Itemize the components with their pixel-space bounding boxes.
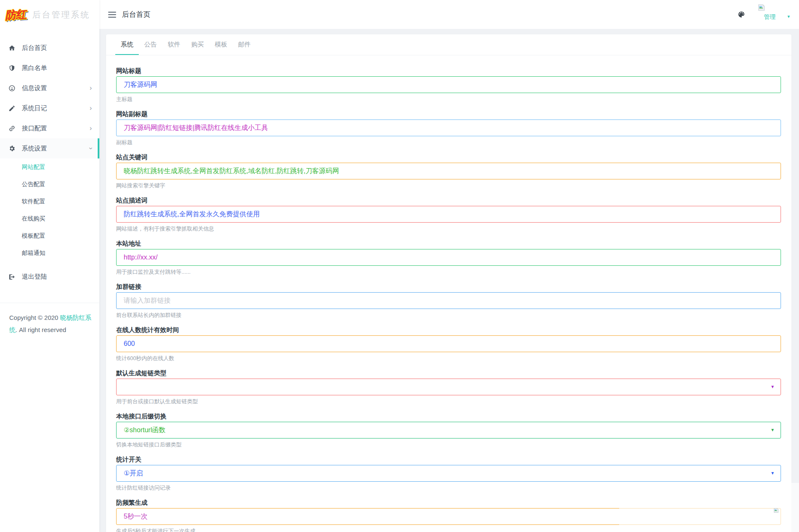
form-field: 站点描述词 网站描述，有利于搜索引擎抓取相关信息 bbox=[116, 197, 781, 232]
chevron-right-icon: › bbox=[90, 125, 92, 132]
sidebar-item-label: 系统日记 bbox=[22, 104, 47, 112]
field-label: 本站地址 bbox=[116, 240, 781, 247]
field-label: 统计开关 bbox=[116, 456, 781, 462]
field-select[interactable] bbox=[116, 465, 781, 482]
gear-icon bbox=[8, 145, 16, 152]
menu-icon[interactable] bbox=[108, 12, 116, 18]
tab[interactable]: 软件 bbox=[162, 34, 186, 55]
pencil-icon bbox=[8, 105, 16, 112]
field-input[interactable] bbox=[116, 335, 781, 352]
tab[interactable]: 邮件 bbox=[233, 34, 256, 55]
app-title: 后台管理系统 bbox=[32, 9, 90, 21]
field-helper: 网站搜索引擎关键字 bbox=[116, 182, 781, 189]
logout-icon bbox=[8, 273, 16, 280]
sidebar-item-label: 黑白名单 bbox=[22, 64, 47, 72]
field-label: 防频繁生成 bbox=[116, 499, 781, 506]
submenu-item[interactable]: 邮箱通知 bbox=[0, 244, 99, 262]
form-field: 在线人数统计有效时间 统计600秒内的在线人数 bbox=[116, 327, 781, 362]
field-input[interactable] bbox=[116, 206, 781, 223]
submenu-item[interactable]: 软件配置 bbox=[0, 193, 99, 210]
tab[interactable]: 模板 bbox=[209, 34, 233, 55]
smiley-icon bbox=[8, 85, 16, 92]
submenu-item[interactable]: 公告配置 bbox=[0, 176, 99, 193]
sidebar-item-system-log[interactable]: 系统日记 › bbox=[0, 98, 99, 118]
chevron-right-icon: › bbox=[90, 85, 92, 91]
user-menu[interactable]: 管理 ▾ bbox=[758, 4, 791, 25]
caret-down-icon: ▾ bbox=[787, 14, 790, 19]
chevron-down-icon: › bbox=[87, 147, 94, 149]
app-logo-icon: 防红 bbox=[5, 7, 26, 23]
field-input-wrap bbox=[116, 249, 781, 266]
form-field: 网站标题 主标题 bbox=[116, 67, 781, 103]
sidebar: 防红 后台管理系统 后台首页 黑白名单 信息设置 › 系统日记 › bbox=[0, 0, 99, 532]
field-input-wrap bbox=[116, 163, 781, 179]
sidebar-item-blackwhite-list[interactable]: 黑白名单 bbox=[0, 58, 99, 78]
field-helper: 统计防红链接访问记录 bbox=[116, 485, 781, 491]
tab-bar: 系统公告软件购买模板邮件 bbox=[106, 34, 791, 55]
form-field: 网站副标题 副标题 bbox=[116, 111, 781, 146]
submenu-item[interactable]: 在线购买 bbox=[0, 210, 99, 227]
field-helper: 切换本地短链接口后缀类型 bbox=[116, 441, 781, 448]
field-select[interactable] bbox=[116, 422, 781, 439]
field-select[interactable] bbox=[116, 379, 781, 395]
field-label: 站点关键词 bbox=[116, 154, 781, 160]
tab[interactable]: 系统 bbox=[115, 34, 139, 55]
sidebar-item-info-settings[interactable]: 信息设置 › bbox=[0, 78, 99, 98]
field-input-wrap: ▼ bbox=[116, 422, 781, 439]
sidebar-item-home[interactable]: 后台首页 bbox=[0, 38, 99, 58]
field-helper: 生成后5秒后才能进行下一次生成 bbox=[116, 528, 781, 532]
copyright-text: Copyright © 2020 bbox=[9, 314, 60, 321]
sidebar-item-label: 接口配置 bbox=[22, 125, 47, 132]
field-input-wrap bbox=[116, 206, 781, 223]
field-input[interactable] bbox=[116, 76, 781, 93]
field-helper: 副标题 bbox=[116, 139, 781, 146]
link-icon bbox=[8, 125, 16, 132]
field-input[interactable] bbox=[116, 119, 781, 136]
field-helper: 网站描述，有利于搜索引擎抓取相关信息 bbox=[116, 226, 781, 232]
page-title: 后台首页 bbox=[122, 10, 150, 19]
field-input[interactable] bbox=[116, 292, 781, 309]
copyright-text: . All right reserved bbox=[16, 326, 66, 333]
form-field: 加群链接 前台联系站长内的加群链接 bbox=[116, 283, 781, 319]
field-input[interactable] bbox=[116, 249, 781, 266]
field-label: 加群链接 bbox=[116, 283, 781, 290]
field-label: 站点描述词 bbox=[116, 197, 781, 203]
copyright: Copyright © 2020 晓杨防红系统. All right reser… bbox=[0, 303, 99, 336]
field-label: 网站标题 bbox=[116, 67, 781, 74]
sidebar-menu: 后台首页 黑白名单 信息设置 › 系统日记 › 接口配置 › bbox=[0, 29, 99, 287]
chevron-right-icon: › bbox=[90, 105, 92, 112]
tab[interactable]: 公告 bbox=[139, 34, 162, 55]
topbar: 后台首页 管理 ▾ bbox=[99, 0, 799, 29]
field-input[interactable] bbox=[116, 163, 781, 179]
sidebar-item-label: 退出登陆 bbox=[22, 273, 47, 281]
broken-image-icon bbox=[773, 507, 779, 511]
user-name: 管理 bbox=[764, 13, 776, 21]
sidebar-item-system-settings[interactable]: 系统设置 › bbox=[0, 138, 99, 158]
field-helper: 统计600秒内的在线人数 bbox=[116, 355, 781, 362]
field-label: 本地接口后缀切换 bbox=[116, 413, 781, 419]
logo[interactable]: 防红 后台管理系统 bbox=[0, 0, 99, 29]
form-field: 本站地址 用于接口监控及支付跳转等...... bbox=[116, 240, 781, 275]
field-label: 在线人数统计有效时间 bbox=[116, 327, 781, 333]
field-select[interactable] bbox=[116, 508, 781, 525]
sidebar-item-label: 系统设置 bbox=[22, 145, 47, 153]
palette-icon[interactable] bbox=[737, 10, 745, 18]
sidebar-item-label: 后台首页 bbox=[22, 44, 47, 52]
field-label: 默认生成短链类型 bbox=[116, 370, 781, 376]
field-input-wrap bbox=[116, 292, 781, 309]
field-input-wrap bbox=[116, 119, 781, 136]
submenu-item[interactable]: 模板配置 bbox=[0, 227, 99, 244]
field-input-wrap: ▼ bbox=[116, 465, 781, 482]
submenu-item[interactable]: 网站配置 bbox=[0, 158, 99, 176]
sidebar-item-label: 信息设置 bbox=[22, 84, 47, 92]
tab[interactable]: 购买 bbox=[186, 34, 209, 55]
field-input-wrap bbox=[116, 508, 781, 525]
sidebar-item-api-config[interactable]: 接口配置 › bbox=[0, 118, 99, 138]
field-input-wrap: ▼ bbox=[116, 379, 781, 395]
form-field: 默认生成短链类型 ▼ 用于前台或接口默认生成短链类型 bbox=[116, 370, 781, 405]
form-field: 站点关键词 网站搜索引擎关键字 bbox=[116, 154, 781, 189]
sidebar-item-logout[interactable]: 退出登陆 bbox=[0, 267, 99, 287]
field-helper: 用于前台或接口默认生成短链类型 bbox=[116, 398, 781, 405]
field-input-wrap bbox=[116, 335, 781, 352]
avatar-broken-image-icon bbox=[758, 4, 765, 11]
